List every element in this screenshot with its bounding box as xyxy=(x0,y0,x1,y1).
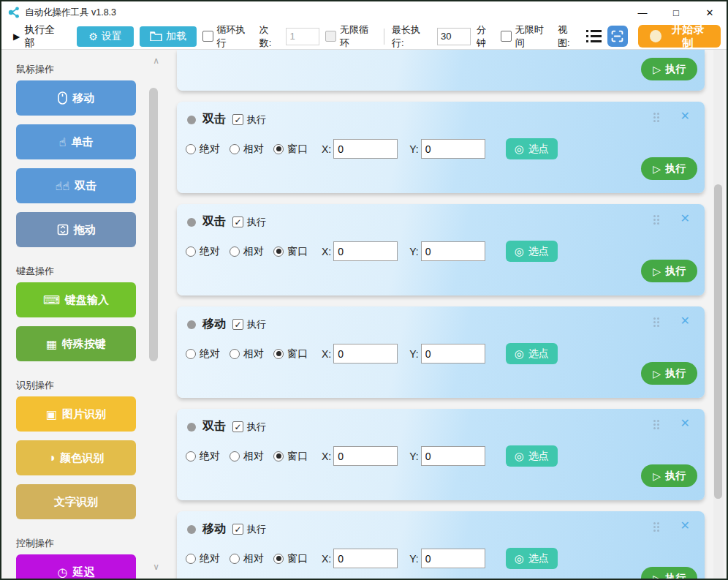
sidebar-button-move[interactable]: 移动 xyxy=(16,80,136,116)
chevron-down-icon[interactable]: ∨ xyxy=(153,562,159,572)
execute-label: 执行 xyxy=(247,318,266,331)
radio-absolute[interactable] xyxy=(186,554,196,564)
infinite-loop-checkbox[interactable]: 无限循环 xyxy=(325,23,376,50)
times-input[interactable] xyxy=(286,28,319,45)
x-input[interactable] xyxy=(333,549,398,568)
pick-point-button[interactable]: ◎ 选点 xyxy=(506,138,558,159)
folder-icon xyxy=(150,31,162,41)
chevron-up-icon[interactable]: ∧ xyxy=(153,56,159,66)
y-input[interactable] xyxy=(421,446,485,466)
pick-point-button[interactable]: ◎ 选点 xyxy=(506,548,558,569)
radio-window[interactable] xyxy=(273,144,284,154)
y-input[interactable] xyxy=(421,344,485,364)
maximize-button[interactable]: □ xyxy=(659,1,693,23)
radio-window[interactable] xyxy=(273,246,284,257)
card-view-button[interactable] xyxy=(607,26,628,47)
radio-absolute[interactable] xyxy=(186,246,196,257)
main-scrollbar-thumb[interactable] xyxy=(714,184,722,499)
sidebar-button-delay[interactable]: ◷延迟 xyxy=(16,554,136,579)
pick-label: 选点 xyxy=(528,450,549,463)
settings-button[interactable]: ⚙ 设置 xyxy=(77,26,134,47)
radio-window[interactable] xyxy=(273,554,284,564)
x-input[interactable] xyxy=(333,344,398,364)
start-record-button[interactable]: 开始录制 xyxy=(638,25,721,48)
y-input[interactable] xyxy=(421,241,485,261)
radio-window-label: 窗口 xyxy=(287,143,308,156)
sidebar-button-image-recognition[interactable]: ▣图片识别 xyxy=(16,396,136,432)
radio-relative[interactable] xyxy=(230,554,240,564)
sidebar-button-text-recognition[interactable]: 文字识别 xyxy=(16,484,136,519)
radio-relative[interactable] xyxy=(230,349,240,359)
x-input[interactable] xyxy=(333,446,398,466)
execute-label: 执行 xyxy=(247,113,266,127)
radio-absolute[interactable] xyxy=(186,349,196,359)
palette-icon: ◑ xyxy=(48,451,56,464)
run-button[interactable]: ▷ 执行 xyxy=(641,260,697,282)
y-input[interactable] xyxy=(421,139,485,159)
minimize-button[interactable]: — xyxy=(626,1,659,23)
sidebar-button-double-click[interactable]: ☝☝双击 xyxy=(16,168,136,203)
titlebar: 自动化操作工具 v1.8.3 — □ ✕ xyxy=(1,1,727,23)
y-input[interactable] xyxy=(421,549,485,568)
close-card-icon[interactable]: ✕ xyxy=(680,109,690,123)
drag-handle-icon[interactable] xyxy=(653,113,659,122)
drag-handle-icon[interactable] xyxy=(653,317,659,327)
run-button[interactable]: ▷ 执行 xyxy=(641,58,697,80)
sidebar-button-color-recognition[interactable]: ◑颜色识别 xyxy=(16,440,136,475)
execute-label: 执行 xyxy=(247,421,266,434)
radio-relative[interactable] xyxy=(230,451,240,462)
pick-point-button[interactable]: ◎ 选点 xyxy=(506,445,558,467)
run-all-button[interactable]: ▶ 执行全部 xyxy=(13,23,64,50)
pick-point-button[interactable]: ◎ 选点 xyxy=(506,241,558,262)
radio-relative[interactable] xyxy=(230,144,240,154)
action-card-0: 双击 ✓ 执行 ✕ 绝对 相对 窗口 X: Y: ◎ 选点 ▷ 执行 xyxy=(177,102,705,193)
run-button[interactable]: ▷ 执行 xyxy=(641,567,697,579)
close-card-icon[interactable]: ✕ xyxy=(680,416,690,430)
sidebar-button-drag[interactable]: 拖动 xyxy=(16,212,136,247)
loop-checkbox[interactable]: 循环执行 xyxy=(202,23,254,50)
x-input[interactable] xyxy=(333,241,398,261)
execute-checkbox[interactable]: ✓ 执行 xyxy=(232,113,266,127)
x-input[interactable] xyxy=(333,139,398,159)
special-key-icon: ▦ xyxy=(46,337,57,351)
run-button[interactable]: ▷ 执行 xyxy=(641,362,697,385)
card-bullet-icon xyxy=(187,218,196,227)
radio-window[interactable] xyxy=(273,349,284,359)
radio-relative[interactable] xyxy=(230,246,240,257)
load-button[interactable]: 加载 xyxy=(140,26,197,47)
gear-icon: ⚙ xyxy=(88,31,98,42)
radio-relative-label: 相对 xyxy=(243,552,264,565)
radio-absolute-label: 绝对 xyxy=(200,245,220,258)
card-title: 移动 xyxy=(202,521,226,537)
close-card-icon[interactable]: ✕ xyxy=(680,211,690,225)
drag-handle-icon[interactable] xyxy=(653,420,659,429)
drag-handle-icon[interactable] xyxy=(653,215,659,225)
run-button[interactable]: ▷ 执行 xyxy=(641,464,697,487)
sidebar-button-single-click[interactable]: ☝单击 xyxy=(16,124,136,159)
close-card-icon[interactable]: ✕ xyxy=(680,519,690,532)
card-title: 双击 xyxy=(202,112,226,127)
sidebar-button-label: 拖动 xyxy=(74,223,96,237)
execute-checkbox[interactable]: ✓ 执行 xyxy=(232,523,266,536)
run-button[interactable]: ▷ 执行 xyxy=(641,157,697,180)
pick-point-button[interactable]: ◎ 选点 xyxy=(506,343,558,364)
close-card-icon[interactable]: ✕ xyxy=(680,314,690,328)
radio-absolute[interactable] xyxy=(186,144,196,154)
execute-checkbox[interactable]: ✓ 执行 xyxy=(232,421,266,434)
drag-handle-icon[interactable] xyxy=(653,522,659,532)
sidebar-button-keyboard-input[interactable]: ⌨键盘输入 xyxy=(16,282,136,317)
play-outline-icon: ▷ xyxy=(653,163,661,175)
sidebar-scrollbar-thumb[interactable] xyxy=(149,88,158,361)
y-label: Y: xyxy=(409,246,418,257)
execute-checkbox[interactable]: ✓ 执行 xyxy=(232,216,266,229)
infinite-time-checkbox[interactable]: 无限时间 xyxy=(501,23,552,50)
app-window: 自动化操作工具 v1.8.3 — □ ✕ ▶ 执行全部 ⚙ 设置 加载 循环执行… xyxy=(0,0,728,580)
radio-absolute[interactable] xyxy=(186,451,196,462)
list-view-icon[interactable] xyxy=(586,30,602,42)
execute-checkbox[interactable]: ✓ 执行 xyxy=(232,318,266,331)
action-card-3: 双击 ✓ 执行 ✕ 绝对 相对 窗口 X: Y: ◎ 选点 ▷ 执行 xyxy=(177,409,705,500)
radio-window[interactable] xyxy=(273,451,284,462)
close-button[interactable]: ✕ xyxy=(693,1,727,23)
max-exec-input[interactable] xyxy=(437,28,471,45)
sidebar-button-special-keys[interactable]: ▦特殊按键 xyxy=(16,326,136,361)
